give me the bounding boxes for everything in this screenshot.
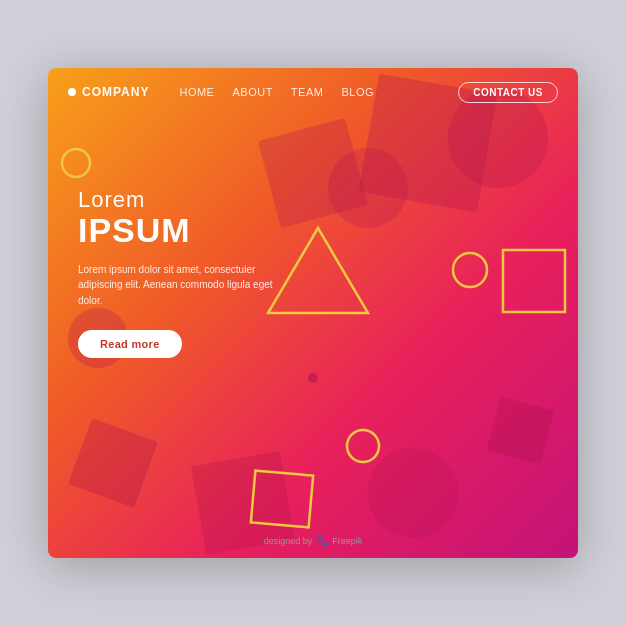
- landing-card: COMPANY HOME ABOUT TEAM BLOG CONTACT US …: [48, 68, 578, 558]
- svg-point-1: [453, 253, 487, 287]
- footer-credit: designed by 🐾 Freepik: [264, 535, 363, 546]
- brand-dot-icon: [68, 88, 76, 96]
- nav-team[interactable]: TEAM: [291, 86, 324, 98]
- svg-point-6: [308, 373, 318, 383]
- footer-brand-name: Freepik: [332, 536, 362, 546]
- nav-links: HOME ABOUT TEAM BLOG: [179, 86, 458, 98]
- bg-shape-circle3: [368, 448, 458, 538]
- svg-point-2: [347, 430, 379, 462]
- hero-title: IPSUM: [78, 212, 298, 249]
- contact-us-button[interactable]: CONTACT US: [458, 82, 558, 103]
- hero-content: Lorem IPSUM Lorem ipsum dolor sit amet, …: [78, 188, 298, 358]
- svg-rect-4: [503, 250, 565, 312]
- nav-home[interactable]: HOME: [179, 86, 214, 98]
- bg-shape-square3: [68, 418, 158, 508]
- read-more-button[interactable]: Read more: [78, 330, 182, 358]
- bg-shape-square5: [487, 397, 554, 464]
- freepik-icon: 🐾: [316, 535, 328, 546]
- hero-body-text: Lorem ipsum dolor sit amet, consectuier …: [78, 262, 298, 309]
- nav-blog[interactable]: BLOG: [341, 86, 374, 98]
- nav-about[interactable]: ABOUT: [232, 86, 272, 98]
- nav-brand: COMPANY: [68, 85, 149, 99]
- svg-point-0: [62, 149, 90, 177]
- bg-shape-circle2: [328, 148, 408, 228]
- footer-designed-by: designed by: [264, 536, 313, 546]
- hero-subtitle: Lorem: [78, 188, 298, 212]
- navbar: COMPANY HOME ABOUT TEAM BLOG CONTACT US: [48, 68, 578, 116]
- page-wrapper: COMPANY HOME ABOUT TEAM BLOG CONTACT US …: [48, 68, 578, 558]
- brand-name: COMPANY: [82, 85, 149, 99]
